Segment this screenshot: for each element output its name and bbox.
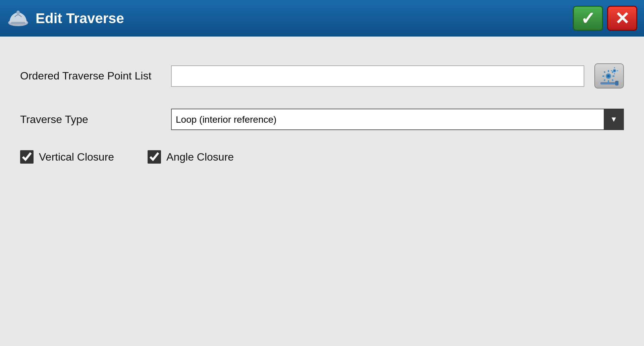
gear-icon — [598, 66, 621, 86]
ordered-point-list-input[interactable] — [171, 65, 584, 87]
svg-rect-7 — [602, 75, 604, 77]
main-content: Ordered Traverse Point List — [0, 37, 644, 177]
vertical-closure-item[interactable]: Vertical Closure — [20, 150, 114, 164]
svg-rect-16 — [614, 73, 615, 74]
header-buttons: ✓ ✕ — [573, 6, 637, 31]
app-title: Edit Traverse — [36, 10, 124, 26]
svg-rect-15 — [614, 67, 615, 68]
ok-button[interactable]: ✓ — [573, 6, 603, 31]
hard-hat-icon — [7, 7, 30, 30]
traverse-type-select[interactable]: Loop (interior reference) Loop (exterior… — [171, 109, 624, 130]
checkbox-row: Vertical Closure Angle Closure — [20, 150, 624, 164]
angle-closure-item[interactable]: Angle Closure — [148, 150, 234, 164]
svg-rect-17 — [611, 70, 612, 71]
ordered-point-list-label: Ordered Traverse Point List — [20, 70, 161, 82]
angle-closure-checkbox[interactable] — [148, 150, 161, 164]
svg-rect-12 — [611, 79, 613, 81]
svg-rect-9 — [603, 71, 605, 73]
ordered-point-list-row: Ordered Traverse Point List — [20, 63, 624, 89]
checkmark-icon: ✓ — [581, 10, 595, 27]
svg-rect-18 — [617, 70, 618, 71]
svg-rect-8 — [612, 75, 614, 77]
svg-point-4 — [607, 75, 610, 77]
traverse-type-select-wrapper: Loop (interior reference) Loop (exterior… — [171, 109, 624, 130]
svg-rect-20 — [615, 81, 619, 85]
svg-rect-5 — [608, 70, 609, 72]
vertical-closure-label: Vertical Closure — [39, 151, 114, 163]
svg-point-2 — [16, 10, 20, 15]
header-left: Edit Traverse — [7, 7, 124, 30]
app-header: Edit Traverse ✓ ✕ — [0, 0, 644, 37]
traverse-type-row: Traverse Type Loop (interior reference) … — [20, 109, 624, 130]
svg-rect-19 — [600, 82, 617, 84]
traverse-type-label: Traverse Type — [20, 113, 161, 126]
svg-rect-1 — [11, 22, 25, 24]
svg-rect-6 — [608, 80, 609, 82]
x-icon: ✕ — [615, 10, 630, 27]
angle-closure-label: Angle Closure — [166, 151, 234, 163]
svg-rect-11 — [603, 79, 605, 81]
svg-point-14 — [614, 70, 615, 71]
cancel-button[interactable]: ✕ — [607, 6, 637, 31]
vertical-closure-checkbox[interactable] — [20, 150, 34, 164]
gear-button[interactable] — [594, 63, 624, 89]
